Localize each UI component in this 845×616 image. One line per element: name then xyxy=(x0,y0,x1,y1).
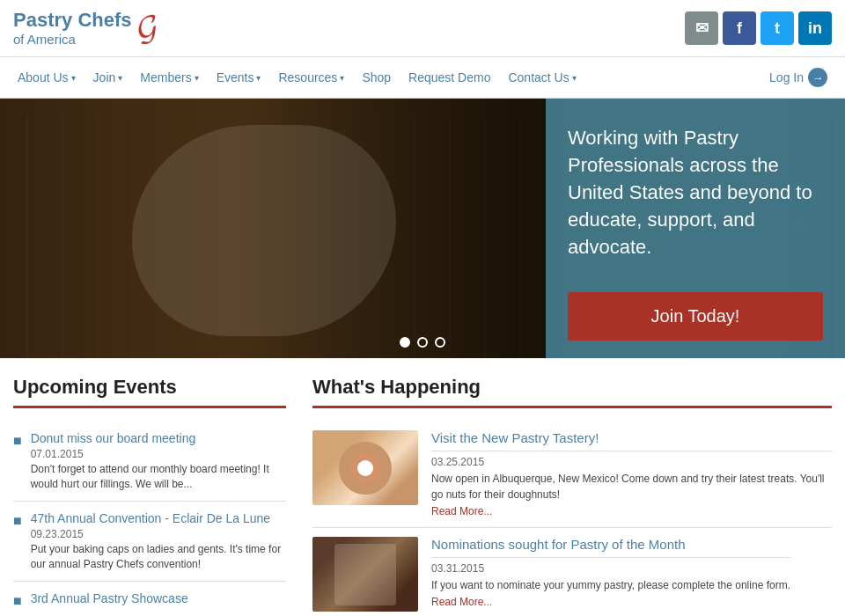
join-today-button[interactable]: Join Today! xyxy=(568,292,823,341)
chevron-down-icon: ▾ xyxy=(71,73,76,83)
news-title-link[interactable]: Nominations sought for Pastry of the Mon… xyxy=(431,537,685,552)
event-item: ■ Donut miss our board meeting 07.01.201… xyxy=(13,422,286,502)
login-icon: → xyxy=(808,68,827,87)
chevron-down-icon: ▾ xyxy=(340,73,344,83)
read-more-link[interactable]: Read More... xyxy=(431,505,492,517)
news-description: Now open in Albuquerque, New Mexico! Com… xyxy=(431,471,832,502)
nav-item-resources[interactable]: Resources ▾ xyxy=(269,60,353,95)
event-content: 3rd Annual Pastry Showcase xyxy=(31,590,188,606)
hero-banner: Working with Pastry Professionals across… xyxy=(0,99,845,358)
logo[interactable]: Pastry Chefs of America 𝓖 xyxy=(13,9,156,48)
events-section-title: Upcoming Events xyxy=(13,376,286,408)
hero-tagline: Working with Pastry Professionals across… xyxy=(568,125,823,260)
news-title-link[interactable]: Visit the New Pastry Tastery! xyxy=(431,430,599,445)
event-item: ■ 47th Annual Convention - Eclair De La … xyxy=(13,502,286,582)
linkedin-icon[interactable]: in xyxy=(798,11,832,45)
coffee-image xyxy=(334,544,396,605)
nav-item-members[interactable]: Members ▾ xyxy=(131,60,207,95)
event-title-link[interactable]: 3rd Annual Pastry Showcase xyxy=(31,591,188,605)
news-body: Nominations sought for Pastry of the Mon… xyxy=(431,537,790,609)
chevron-down-icon: ▾ xyxy=(195,73,199,83)
event-date: 09.23.2015 xyxy=(31,528,286,540)
carousel-dot-2[interactable] xyxy=(417,337,428,348)
news-title-container: Nominations sought for Pastry of the Mon… xyxy=(431,537,790,558)
main-nav: About Us ▾ Join ▾ Members ▾ Events ▾ Res… xyxy=(0,57,845,99)
donut-image xyxy=(339,442,392,495)
main-content: Upcoming Events ■ Donut miss our board m… xyxy=(0,358,845,616)
twitter-icon[interactable]: t xyxy=(760,11,794,45)
carousel-dot-3[interactable] xyxy=(435,337,445,348)
carousel-dot-1[interactable] xyxy=(400,337,410,348)
event-content: Donut miss our board meeting 07.01.2015 … xyxy=(31,430,286,492)
news-section-title: What's Happening xyxy=(312,376,832,408)
news-item: Visit the New Pastry Tastery! 03.25.2015… xyxy=(312,422,832,528)
nav-item-contact[interactable]: Contact Us ▾ xyxy=(499,60,584,95)
event-bullet-icon: ■ xyxy=(13,513,22,529)
events-section: Upcoming Events ■ Donut miss our board m… xyxy=(13,376,286,616)
event-item: ■ 3rd Annual Pastry Showcase xyxy=(13,582,286,616)
event-title-link[interactable]: Donut miss our board meeting xyxy=(31,431,196,445)
nav-item-join[interactable]: Join ▾ xyxy=(84,60,132,95)
event-bullet-icon: ■ xyxy=(13,433,22,449)
email-icon[interactable]: ✉ xyxy=(685,11,718,45)
event-title-link[interactable]: 47th Annual Convention - Eclair De La Lu… xyxy=(31,511,270,525)
event-description: Don't forget to attend our monthly board… xyxy=(31,462,286,492)
nav-item-events[interactable]: Events ▾ xyxy=(208,60,270,95)
news-date: 03.25.2015 xyxy=(431,456,832,468)
event-content: 47th Annual Convention - Eclair De La Lu… xyxy=(31,510,286,572)
event-description: Put your baking caps on ladies and gents… xyxy=(31,542,286,572)
news-description: If you want to nominate your yummy pastr… xyxy=(431,577,790,593)
social-icons-group: ✉ f t in xyxy=(685,11,832,45)
chevron-down-icon: ▾ xyxy=(572,73,577,83)
hero-overlay: Working with Pastry Professionals across… xyxy=(546,99,845,358)
news-body: Visit the New Pastry Tastery! 03.25.2015… xyxy=(431,430,832,518)
event-bullet-icon: ■ xyxy=(13,593,22,609)
site-header: Pastry Chefs of America 𝓖 ✉ f t in xyxy=(0,0,845,57)
news-item: Nominations sought for Pastry of the Mon… xyxy=(312,528,832,616)
nav-list: About Us ▾ Join ▾ Members ▾ Events ▾ Res… xyxy=(9,60,760,95)
news-section: What's Happening Visit the New Pastry Ta… xyxy=(312,376,832,616)
nav-item-request-demo[interactable]: Request Demo xyxy=(400,60,499,95)
nav-item-shop[interactable]: Shop xyxy=(353,60,400,95)
chevron-down-icon: ▾ xyxy=(256,73,261,83)
facebook-icon[interactable]: f xyxy=(723,11,756,45)
event-date: 07.01.2015 xyxy=(31,448,286,460)
news-title-container: Visit the New Pastry Tastery! xyxy=(431,430,832,451)
login-button[interactable]: Log In → xyxy=(760,57,836,98)
logo-script-icon: 𝓖 xyxy=(133,10,158,48)
nav-item-about[interactable]: About Us ▾ xyxy=(9,60,84,95)
news-thumbnail xyxy=(312,537,418,612)
news-thumbnail xyxy=(312,430,418,505)
read-more-link[interactable]: Read More... xyxy=(431,596,492,608)
logo-text: Pastry Chefs of America xyxy=(13,9,132,48)
chevron-down-icon: ▾ xyxy=(118,73,122,83)
news-date: 03.31.2015 xyxy=(431,562,790,575)
carousel-dots xyxy=(400,337,445,348)
